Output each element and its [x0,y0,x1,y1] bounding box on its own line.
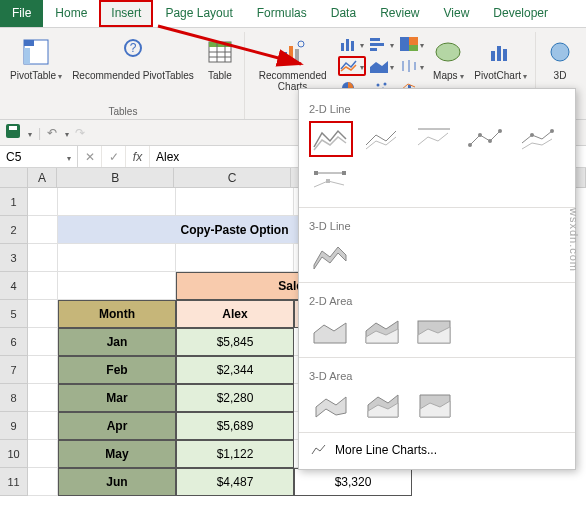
percent-stacked-line-option[interactable] [413,121,457,157]
svg-rect-2 [24,48,30,64]
stacked-area-option[interactable] [361,313,405,349]
cell-month-jan[interactable]: Jan [58,328,176,356]
row-header-4[interactable]: 4 [0,272,28,300]
cell-month-header[interactable]: Month [58,300,176,328]
enter-formula-icon[interactable]: ✓ [102,146,126,167]
undo-chevron[interactable] [63,126,69,140]
pivotchart-label: PivotChart [474,70,527,82]
recommended-pivottables-label: Recommended PivotTables [72,70,194,81]
pivotchart-icon [485,36,517,68]
svg-rect-36 [491,51,495,61]
cancel-formula-icon[interactable]: ✕ [78,146,102,167]
tab-review[interactable]: Review [368,0,431,27]
3d-map-label: 3D [554,70,567,81]
svg-rect-52 [326,179,330,183]
more-line-charts-icon [311,443,327,457]
bar-chart-dropdown[interactable] [368,34,396,54]
undo-icon[interactable]: ↶ [47,126,57,140]
row-header-1[interactable]: 1 [0,188,28,216]
col-header-c[interactable]: C [174,168,291,187]
stacked-line-option[interactable] [361,121,405,157]
cell-alex-header[interactable]: Alex [176,300,294,328]
maps-button[interactable]: Maps [428,32,468,86]
tab-home[interactable]: Home [43,0,99,27]
cell-val-feb[interactable]: $2,344 [176,356,294,384]
svg-rect-17 [351,41,354,51]
percent-stacked-area-option[interactable] [413,313,457,349]
tables-group-label: Tables [108,104,137,119]
3d-stacked-area-option[interactable] [361,388,405,424]
area-option[interactable] [309,313,353,349]
row-header-2[interactable]: 2 [0,216,28,244]
cell-month-mar[interactable]: Mar [58,384,176,412]
svg-rect-38 [503,49,507,61]
line-chart-option[interactable] [309,121,353,157]
cell-month-jun[interactable]: Jun [58,468,176,496]
cell-val-mar[interactable]: $2,280 [176,384,294,412]
3d-map-button[interactable]: 3D [540,32,580,85]
recommended-pivottables-button[interactable]: ? Recommended PivotTables [68,32,198,85]
svg-rect-1 [24,40,34,46]
row-header-10[interactable]: 10 [0,440,28,468]
cell-val-apr[interactable]: $5,689 [176,412,294,440]
recommended-charts-button[interactable]: Recommended Charts [249,32,336,96]
cell-val-jun[interactable]: $4,487 [176,468,294,496]
cell-month-feb[interactable]: Feb [58,356,176,384]
more-line-charts-button[interactable]: More Line Charts... [299,437,575,463]
line-chart-menu: 2-D Line 3-D Line 2-D Area 3-D Area [298,88,576,470]
pivottable-icon [20,36,52,68]
row-header-11[interactable]: 11 [0,468,28,496]
cell-month-may[interactable]: May [58,440,176,468]
fx-icon[interactable]: fx [126,146,150,167]
svg-rect-16 [346,39,349,51]
name-box[interactable]: C5 [0,146,78,167]
3d-line-option[interactable] [309,238,353,274]
svg-rect-15 [341,43,344,51]
line-markers-option[interactable] [465,121,509,157]
name-box-chevron[interactable] [65,150,71,164]
tab-file[interactable]: File [0,0,43,27]
tab-data[interactable]: Data [319,0,368,27]
row-header-6[interactable]: 6 [0,328,28,356]
tab-insert[interactable]: Insert [99,0,153,27]
3d-area-option[interactable] [309,388,353,424]
cell-val-may[interactable]: $1,122 [176,440,294,468]
tab-developer[interactable]: Developer [481,0,560,27]
col-header-b[interactable]: B [57,168,174,187]
row-header-8[interactable]: 8 [0,384,28,412]
area-chart-dropdown[interactable] [368,56,396,76]
tab-view[interactable]: View [432,0,482,27]
cell-val-jan[interactable]: $5,845 [176,328,294,356]
pivotchart-button[interactable]: PivotChart [470,32,531,86]
cell-extra-val[interactable]: $3,320 [294,468,412,496]
tab-page-layout[interactable]: Page Layout [153,0,244,27]
row-header-3[interactable]: 3 [0,244,28,272]
svg-marker-53 [314,247,346,269]
save-icon[interactable] [6,124,20,141]
col-header-a[interactable]: A [28,168,58,187]
tab-formulas[interactable]: Formulas [245,0,319,27]
row-header-9[interactable]: 9 [0,412,28,440]
svg-marker-59 [316,397,346,417]
qat-chevron[interactable] [26,126,32,140]
stacked-line-markers-option[interactable] [517,121,561,157]
percent-stacked-line-markers-option[interactable] [309,163,353,199]
pivottable-button[interactable]: PivotTable [6,32,66,86]
maps-icon [432,36,464,68]
3d-percent-stacked-area-option[interactable] [413,388,457,424]
select-all-corner[interactable] [0,168,28,187]
stock-chart-dropdown[interactable] [398,56,426,76]
section-3d-line-title: 3-D Line [309,220,565,232]
svg-rect-22 [409,37,418,45]
row-header-5[interactable]: 5 [0,300,28,328]
svg-point-14 [298,41,304,47]
row-header-7[interactable]: 7 [0,356,28,384]
row-headers: 1 2 3 4 5 6 7 8 9 10 11 [0,188,28,496]
column-chart-dropdown[interactable] [338,34,366,54]
cell-month-apr[interactable]: Apr [58,412,176,440]
treemap-chart-dropdown[interactable] [398,34,426,54]
redo-icon[interactable]: ↷ [75,126,85,140]
recommended-charts-icon [277,36,309,68]
line-chart-dropdown[interactable] [338,56,366,76]
table-button[interactable]: Table [200,32,240,85]
